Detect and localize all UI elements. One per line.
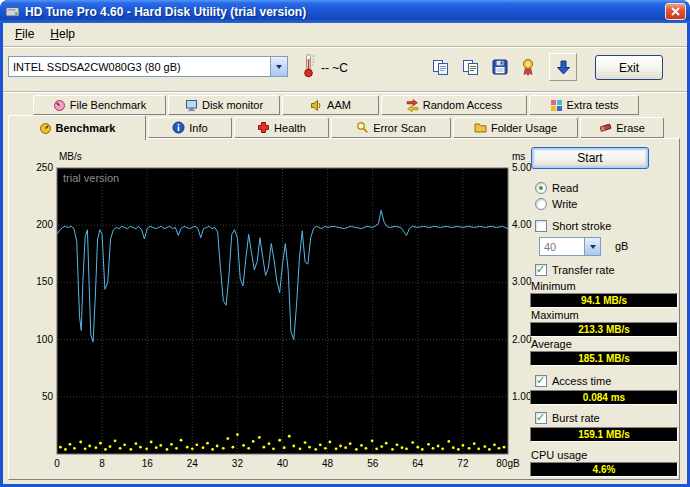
random-access-icon [406, 98, 419, 112]
divider [3, 46, 687, 48]
burst-rate-checkbox[interactable] [535, 412, 547, 424]
short-stroke-checkbox[interactable] [535, 220, 547, 232]
tab-aam[interactable]: AAM [282, 95, 379, 115]
magnifier-icon [356, 121, 369, 134]
extra-tests-icon [550, 99, 563, 112]
divider [3, 91, 687, 93]
app-icon [5, 4, 21, 20]
award-button[interactable] [515, 54, 541, 80]
drive-select-value: INTEL SSDSA2CW080G3 (80 gB) [9, 61, 270, 73]
write-label: Write [552, 198, 577, 210]
copy-pages-icon [432, 59, 449, 76]
minimum-value: 94.1 MB/s [530, 293, 678, 308]
window-client: File Help INTEL SSDSA2CW080G3 (80 gB) --… [3, 23, 687, 484]
titlebar: HD Tune Pro 4.60 - Hard Disk Utility (tr… [0, 0, 690, 23]
capture-button[interactable] [549, 53, 577, 81]
floppy-disk-icon [492, 59, 508, 75]
menubar: File Help [3, 23, 687, 45]
access-time-checkbox[interactable] [535, 375, 547, 387]
tab-random-access[interactable]: Random Access [381, 95, 527, 115]
disk-monitor-icon [185, 99, 198, 112]
tab-folder-usage[interactable]: Folder Usage [453, 117, 578, 138]
benchmark-gauge-icon [39, 122, 52, 135]
gold-seal-icon [520, 58, 536, 76]
transfer-rate-checkbox[interactable] [535, 264, 547, 276]
tab-label: Info [189, 122, 207, 134]
access-time-value: 0.084 ms [530, 390, 678, 405]
tab-error-scan[interactable]: Error Scan [331, 117, 451, 138]
burst-rate-row[interactable]: Burst rate [535, 412, 600, 424]
copy-image-button[interactable] [457, 54, 483, 80]
app-window: HD Tune Pro 4.60 - Hard Disk Utility (tr… [0, 0, 690, 487]
write-radio[interactable] [535, 198, 547, 210]
tab-label: Extra tests [567, 99, 619, 111]
short-stroke-unit-label: gB [615, 240, 628, 252]
burst-rate-value: 159.1 MB/s [530, 427, 678, 442]
file-benchmark-icon [53, 99, 66, 112]
eraser-icon [599, 121, 612, 134]
tab-info[interactable]: Info [148, 117, 232, 138]
burst-rate-label: Burst rate [552, 412, 600, 424]
tab-label: Erase [616, 122, 645, 134]
short-stroke-size-value: 40 [540, 241, 584, 253]
tab-extra-tests[interactable]: Extra tests [529, 95, 639, 115]
info-icon [172, 121, 185, 134]
temperature-value: -- ~C [321, 61, 348, 75]
write-radio-row[interactable]: Write [535, 198, 577, 210]
read-radio-row[interactable]: Read [535, 182, 578, 194]
thermometer-icon [303, 53, 316, 82]
down-arrow-icon [555, 59, 572, 76]
tab-erase[interactable]: Erase [580, 117, 664, 138]
menu-help[interactable]: Help [42, 25, 83, 43]
maximum-label: Maximum [531, 309, 579, 321]
cpu-usage-label: CPU usage [531, 449, 587, 461]
tab-label: AAM [327, 99, 351, 111]
window-title: HD Tune Pro 4.60 - Hard Disk Utility (tr… [25, 5, 665, 19]
menu-file[interactable]: File [7, 25, 42, 43]
health-cross-icon [257, 121, 270, 134]
exit-button[interactable]: Exit [595, 55, 663, 80]
tab-label: Health [274, 122, 306, 134]
tab-label: Disk monitor [202, 99, 263, 111]
short-stroke-row[interactable]: Short stroke [535, 220, 611, 232]
tab-label: Error Scan [373, 122, 426, 134]
minimum-label: Minimum [531, 280, 576, 292]
transfer-rate-row[interactable]: Transfer rate [535, 264, 615, 276]
tab-label: Benchmark [56, 122, 116, 134]
start-button[interactable]: Start [531, 147, 649, 169]
tab-disk-monitor[interactable]: Disk monitor [168, 95, 280, 115]
transfer-rate-label: Transfer rate [552, 264, 615, 276]
dropdown-arrow-icon[interactable] [584, 238, 600, 255]
speaker-icon [310, 99, 323, 112]
folder-icon [474, 121, 487, 134]
access-time-label: Access time [552, 375, 611, 387]
tab-strip-primary: Benchmark Info Health Error Scan Folder … [8, 117, 664, 138]
copy-text-button[interactable] [427, 54, 453, 80]
maximum-value: 213.3 MB/s [530, 322, 678, 337]
close-icon [671, 7, 680, 16]
tab-benchmark[interactable]: Benchmark [8, 115, 146, 140]
cpu-usage-value: 4.6% [530, 462, 678, 477]
read-label: Read [552, 182, 578, 194]
tab-label: Random Access [423, 99, 502, 111]
access-time-row[interactable]: Access time [535, 375, 611, 387]
dropdown-arrow-icon[interactable] [270, 57, 287, 76]
tab-strip-secondary: File Benchmark Disk monitor AAM Random A… [33, 95, 639, 115]
drive-select[interactable]: INTEL SSDSA2CW080G3 (80 gB) [8, 56, 288, 77]
tab-health[interactable]: Health [234, 117, 329, 138]
tab-file-benchmark[interactable]: File Benchmark [33, 95, 166, 115]
save-button[interactable] [487, 54, 513, 80]
read-radio[interactable] [535, 182, 547, 194]
close-button[interactable] [665, 3, 686, 20]
average-label: Average [531, 338, 572, 350]
short-stroke-label: Short stroke [552, 220, 611, 232]
tab-label: Folder Usage [491, 122, 557, 134]
copy-color-pages-icon [462, 59, 479, 76]
tab-label: File Benchmark [70, 99, 146, 111]
average-value: 185.1 MB/s [530, 351, 678, 366]
short-stroke-size-select[interactable]: 40 [539, 237, 601, 256]
